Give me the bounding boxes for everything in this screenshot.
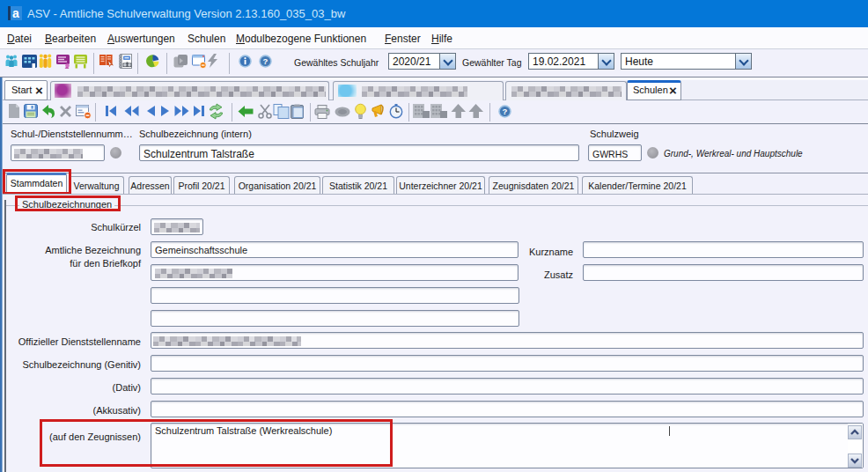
svg-text:?: ? bbox=[503, 107, 508, 116]
svg-text:a: a bbox=[12, 6, 19, 20]
svg-text:?: ? bbox=[263, 56, 268, 66]
